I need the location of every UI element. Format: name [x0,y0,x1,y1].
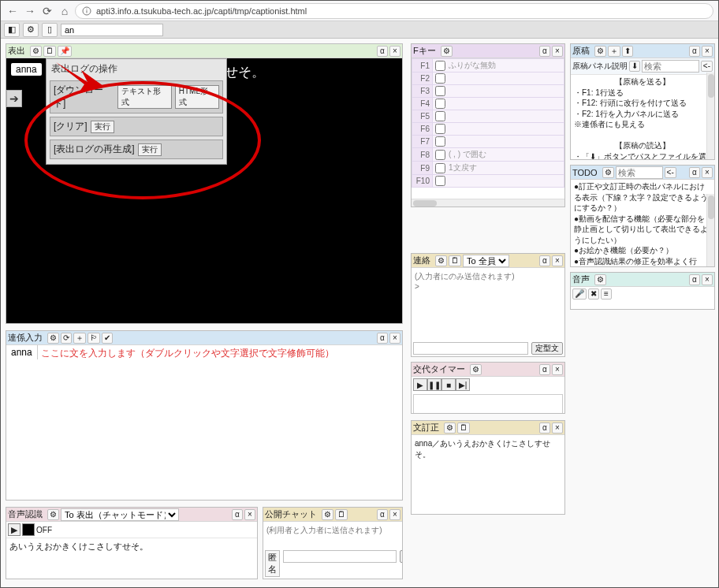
gear-icon[interactable]: ⚙ [30,46,42,57]
back-button[interactable]: <- [665,167,676,178]
stop-icon[interactable]: ■ [441,378,456,391]
chat-template-button[interactable]: 定型文 [400,550,402,563]
browser-toolbar: ← → ⟳ ⌂ apti3.info.a.tsukuba-tech.ac.jp/… [1,1,718,21]
alpha-button[interactable]: α [377,46,388,57]
fkey-checkbox[interactable] [435,61,445,71]
gear-icon[interactable]: ⚙ [594,46,606,57]
fkey-checkbox[interactable] [435,163,445,173]
unlink-icon[interactable]: ✖ [588,288,599,300]
check-icon[interactable]: ✔ [102,333,113,344]
fkey-label: F1 [412,59,433,73]
genko-line: ※連係者にも見える [574,119,711,130]
address-bar[interactable]: apti3.info.a.tsukuba-tech.ac.jp/capti/tm… [75,3,713,19]
gear-icon[interactable]: ⚙ [594,274,606,285]
clear-exec-button[interactable]: 実行 [91,121,114,133]
close-icon[interactable]: × [244,509,255,520]
renraku-input[interactable] [413,342,528,355]
alpha-button[interactable]: α [689,46,700,57]
ext-icon-3[interactable]: ▯ [42,23,58,37]
refresh-icon[interactable]: ⟳ [61,333,72,344]
plus-icon[interactable]: ＋ [608,46,620,57]
nav-forward-button[interactable]: → [23,4,37,18]
close-icon[interactable]: × [702,167,713,178]
fkey-checkbox[interactable] [435,176,445,186]
log-icon[interactable]: 🗒 [457,422,470,434]
ext-icon-1[interactable]: ◧ [4,23,20,37]
nav-back-button[interactable]: ← [6,4,20,18]
alpha-button[interactable]: α [232,509,243,520]
fkey-checkbox[interactable] [435,111,445,121]
play-icon[interactable]: ▶ [8,523,20,536]
close-icon[interactable]: × [552,364,563,375]
gear-icon[interactable]: ⚙ [23,23,39,37]
gear-icon[interactable]: ⚙ [322,509,333,520]
ext-input[interactable] [61,24,163,36]
upload-icon[interactable]: ⬆ [622,46,633,57]
alpha-button[interactable]: α [689,167,700,178]
regen-exec-button[interactable]: 実行 [138,143,162,156]
close-icon[interactable]: × [702,46,713,57]
fkeys-hscroll[interactable] [412,199,564,207]
genko-body: 【原稿を送る】 ・F1: 1行送る ・F12: 行頭に改行を付けて送る ・F2:… [571,75,714,159]
svg-rect-2 [87,9,88,9]
fkey-checkbox[interactable] [435,86,445,96]
alpha-button[interactable]: α [539,364,550,375]
fkey-checkbox[interactable] [435,124,445,134]
play-icon[interactable]: ▶ [413,378,427,391]
genko-search-input[interactable] [642,60,699,73]
back-button[interactable]: <- [701,61,713,72]
chat-input[interactable] [283,550,397,563]
close-icon[interactable]: × [702,274,713,285]
renraku-to-select[interactable]: To 全員 [463,255,509,267]
gear-icon[interactable]: ⚙ [47,333,59,344]
mic-icon[interactable]: 🎤 [572,288,587,300]
pin-icon[interactable]: 📌 [58,46,72,57]
stop-icon[interactable] [22,523,35,536]
fkey-checkbox[interactable] [435,73,445,84]
close-icon[interactable]: × [389,333,400,344]
renkei-input[interactable]: ここに文を入力します（ダブルクリックや文字選択で文字修飾可能） [38,345,337,362]
close-icon[interactable]: × [389,46,400,57]
chat-anon-label: 匿名 [265,550,280,577]
teisei-body[interactable]: anna／あいうえおかきくけこさしすせそ。 [412,435,564,463]
log-icon[interactable]: 🗒 [449,255,461,266]
alpha-button[interactable]: α [377,333,388,344]
download-icon[interactable]: ⬇ [629,61,640,72]
fkey-checkbox[interactable] [435,136,445,147]
alpha-button[interactable]: α [539,255,550,266]
side-arrow-button[interactable]: ➔ [6,90,22,107]
download-html-button[interactable]: HTML形式 [175,85,219,109]
asr-dest-select[interactable]: To 表出（チャットモード） [61,508,179,521]
gear-icon[interactable]: ⚙ [441,46,453,57]
genko-vscroll[interactable] [706,73,714,159]
nav-reload-button[interactable]: ⟳ [40,4,54,18]
fkey-checkbox[interactable] [435,150,445,160]
alpha-button[interactable]: α [539,422,550,434]
gear-icon[interactable]: ⚙ [47,509,59,520]
fkey-row: F10 [412,175,564,188]
flag-icon[interactable]: 🏳 [88,333,100,344]
close-icon[interactable]: × [389,509,400,520]
gear-icon[interactable]: ⚙ [470,364,482,375]
alpha-button[interactable]: α [539,46,550,57]
skip-icon[interactable]: ▶| [456,378,470,391]
gear-icon[interactable]: ⚙ [602,167,614,178]
plus-icon[interactable]: ＋ [73,333,86,344]
download-text-button[interactable]: テキスト形式 [117,85,172,109]
alpha-button[interactable]: α [377,509,388,520]
close-icon[interactable]: × [552,255,563,266]
close-icon[interactable]: × [552,422,563,434]
nav-home-button[interactable]: ⌂ [58,4,72,18]
gear-icon[interactable]: ⚙ [435,255,447,266]
todo-vscroll[interactable] [706,194,714,266]
pause-icon[interactable]: ❚❚ [427,378,441,391]
todo-search-input[interactable] [616,166,663,179]
alpha-button[interactable]: α [689,274,700,285]
log-icon[interactable]: 🗒 [335,509,348,520]
renraku-template-button[interactable]: 定型文 [531,342,563,355]
close-icon[interactable]: × [552,46,563,57]
fkey-checkbox[interactable] [435,99,445,109]
levels-icon[interactable]: ≡ [601,288,612,300]
gear-icon[interactable]: ⚙ [444,422,456,434]
log-icon[interactable]: 🗒 [43,46,56,57]
